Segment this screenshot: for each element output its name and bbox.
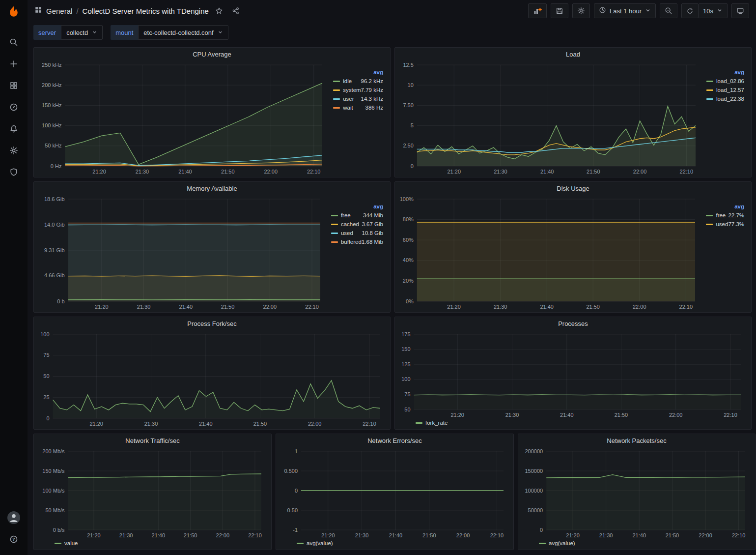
legend-series-name[interactable]: avg(value) [297,540,333,546]
svg-text:21:40: 21:40 [178,169,192,175]
sidebar-item-server-admin[interactable] [3,163,24,181]
time-series-chart[interactable]: 0 Hz50 kHz100 kHz150 kHz200 kHz250 kHz21… [37,59,328,176]
svg-text:100: 100 [40,331,49,337]
panel-title[interactable]: Load [395,48,751,59]
svg-text:250 kHz: 250 kHz [42,62,61,68]
svg-text:200 Mb/s: 200 Mb/s [42,448,65,454]
add-panel-button[interactable] [528,3,547,18]
save-dashboard-button[interactable] [551,3,568,18]
sidebar-item-configuration[interactable] [3,141,24,160]
time-series-chart[interactable]: 507510012515017521:2021:3021:4021:5022:0… [398,328,747,419]
refresh-button[interactable] [681,3,699,18]
legend-series-value: 7.79 kHz [361,86,383,94]
variable-label: mount [111,25,138,40]
svg-text:21:30: 21:30 [599,532,613,538]
svg-text:21:30: 21:30 [136,169,149,175]
breadcrumb-folder[interactable]: General [46,7,72,15]
panel-title[interactable]: Processes [395,317,751,328]
svg-text:22:10: 22:10 [732,532,746,538]
svg-text:-0.50: -0.50 [285,507,298,513]
legend-series-name[interactable]: user [333,94,361,103]
legend-series-name[interactable]: wait [333,103,361,112]
sidebar-item-profile[interactable] [3,508,24,527]
time-series-chart[interactable]: -1-0.5000.500121:2021:3021:4021:5022:002… [279,445,509,540]
svg-text:22:10: 22:10 [307,169,321,175]
legend-series-name[interactable]: used [331,229,362,237]
svg-text:21:20: 21:20 [447,169,461,175]
svg-text:21:40: 21:40 [540,304,554,310]
svg-text:22:00: 22:00 [308,421,322,427]
legend-series-name[interactable]: idle [333,77,361,86]
legend-series-name[interactable]: avg(value) [539,540,575,546]
time-series-chart[interactable]: 0 b4.66 Gib9.31 Gib14.0 Gib18.6 Gib21:20… [37,193,326,311]
variable-server[interactable]: server collectd [33,25,103,40]
svg-text:21:50: 21:50 [422,532,436,538]
dashboard-grid: CPU Average 0 Hz50 kHz100 kHz150 kHz200 … [28,43,756,555]
time-series-chart[interactable]: 05000010000015000020000021:2021:3021:402… [521,445,751,540]
dashboard-settings-button[interactable] [572,3,590,18]
panel-network-traffic-sec: Network Traffic/sec 0 b/s50 Mb/s100 Mb/s… [33,434,272,550]
svg-text:21:30: 21:30 [137,304,151,310]
legend-series-name[interactable]: buffered [331,237,362,246]
sidebar-item-help[interactable]: ? [3,530,24,549]
legend-series-name[interactable]: value [55,540,78,546]
legend-series-name[interactable]: free [706,211,728,220]
refresh-interval-picker[interactable]: 10s [699,3,728,18]
star-icon[interactable] [213,4,225,17]
svg-text:21:40: 21:40 [540,169,554,175]
panel-network-errors-sec: Network Errors/sec -1-0.5000.500121:2021… [276,434,514,550]
zoom-out-button[interactable] [660,3,677,18]
legend-series-name[interactable]: load_0 [706,77,733,86]
chart-svg: 0%20%40%60%80%100%21:2021:3021:4021:5022… [398,193,701,311]
svg-text:150 kHz: 150 kHz [42,102,61,108]
share-icon[interactable] [229,4,242,17]
svg-text:12.5: 12.5 [403,62,413,68]
panel-title[interactable]: Process Fork/sec [34,317,390,328]
time-series-chart[interactable]: 025507510021:2021:3021:4021:5022:0022:10 [37,328,386,428]
sidebar-item-explore[interactable] [3,98,24,117]
panel-title[interactable]: CPU Average [34,48,390,59]
svg-text:21:30: 21:30 [355,532,369,538]
svg-text:21:20: 21:20 [566,532,580,538]
panel-title[interactable]: Disk Usage [395,182,751,193]
svg-text:100 kHz: 100 kHz [42,122,61,128]
legend-series-name[interactable]: load_1 [706,86,733,94]
help-icon: ? [9,535,18,544]
legend-series-name[interactable]: cached [331,220,362,229]
legend-series-name[interactable]: load_2 [706,94,733,103]
sidebar-item-search[interactable] [3,33,24,52]
time-series-chart[interactable]: 0 b/s50 Mb/s100 Mb/s150 Mb/s200 Mb/s21:2… [37,445,267,540]
time-range-picker[interactable]: Last 1 hour [594,3,656,18]
cycle-view-mode-button[interactable] [731,3,749,18]
grafana-logo-icon[interactable] [5,4,22,21]
variable-value-dropdown[interactable]: etc-collectd-collectd.conf [138,25,228,40]
chevron-down-icon [218,29,223,36]
legend-series-name[interactable]: used [706,220,728,229]
dashboard-title[interactable]: CollectD Server Metrics with TDengine [83,7,209,15]
legend-series-value: 96.2 kHz [361,77,383,86]
svg-text:50: 50 [43,373,49,379]
panel-title[interactable]: Memory Available [34,182,390,193]
panel-disk-usage: Disk Usage 0%20%40%60%80%100%21:2021:302… [394,181,752,313]
legend-series-name[interactable]: fork_rate [416,420,448,426]
panel-cpu-average: CPU Average 0 Hz50 kHz100 kHz150 kHz200 … [33,47,391,177]
sidebar-item-alerting[interactable] [3,119,24,138]
panel-title[interactable]: Network Packets/sec [518,434,755,445]
sidebar-item-dashboards[interactable] [3,76,24,95]
time-series-chart[interactable]: 02.5057.501012.521:2021:3021:4021:5022:0… [398,59,701,176]
legend-series-name[interactable]: free [331,211,362,220]
chart-svg: 0 b4.66 Gib9.31 Gib14.0 Gib18.6 Gib21:20… [37,193,326,311]
svg-text:150 Mb/s: 150 Mb/s [42,468,65,474]
chevron-down-icon [645,7,651,15]
legend-series-value: 77.3% [728,220,744,229]
variable-mount[interactable]: mount etc-collectd-collectd.conf [111,25,228,40]
legend-avg-header: avg [362,202,383,211]
legend-series-name[interactable]: system [333,86,361,94]
svg-text:75: 75 [43,352,49,358]
panel-title[interactable]: Network Traffic/sec [34,434,271,445]
panel-title[interactable]: Network Errors/sec [276,434,513,445]
variable-value-dropdown[interactable]: collectd [61,25,103,40]
svg-text:0 b: 0 b [57,298,64,304]
time-series-chart[interactable]: 0%20%40%60%80%100%21:2021:3021:4021:5022… [398,193,701,311]
sidebar-item-create[interactable] [3,55,24,73]
